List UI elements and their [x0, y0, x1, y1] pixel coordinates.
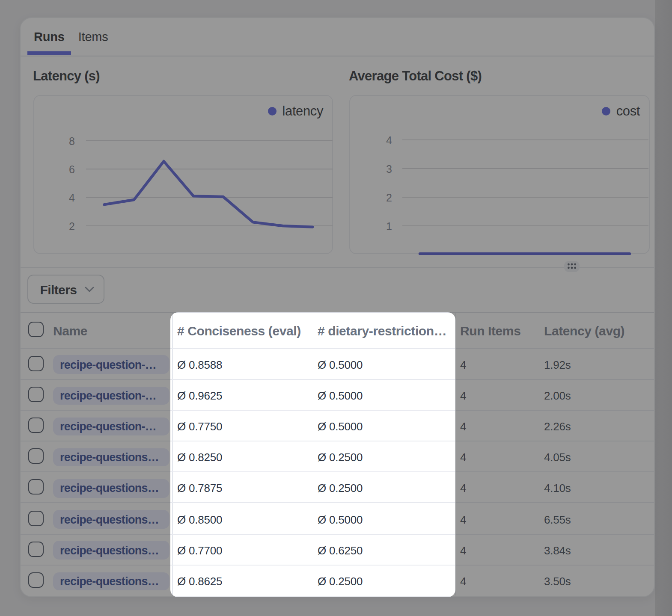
page: Runs Items Latency (s) Average Total Cos… — [0, 0, 672, 616]
runs-table: Name # Conciseness (eval) # dietary-rest… — [20, 312, 654, 595]
run-items-value: 4 — [456, 573, 538, 588]
drag-dots-icon — [567, 262, 577, 271]
run-name-badge[interactable]: recipe-questions… — [53, 510, 169, 529]
tab-runs[interactable]: Runs — [27, 18, 71, 55]
run-items-value: 4 — [456, 480, 538, 495]
table-row[interactable]: recipe-questions… Ø 0.8250 Ø 0.2500 4 4.… — [20, 441, 654, 471]
run-name-label: recipe-question-… — [60, 358, 156, 371]
dietary-value: Ø 0.6250 — [313, 534, 456, 564]
tab-items-label: Items — [78, 30, 108, 44]
row-checkbox[interactable] — [28, 572, 43, 588]
cost-chart: 1234 cost — [349, 95, 649, 254]
conciseness-value: Ø 0.9625 — [172, 379, 313, 409]
cost-chart-title: Average Total Cost ($) — [349, 68, 482, 84]
run-name-badge[interactable]: recipe-questions… — [53, 541, 169, 560]
chevron-down-icon — [84, 286, 94, 292]
column-header-latency-avg[interactable]: Latency (avg) — [538, 323, 654, 338]
dietary-value: Ø 0.5000 — [313, 503, 456, 533]
page-right-margin — [654, 0, 672, 616]
latency-legend-dot-icon — [268, 107, 277, 115]
run-name-badge[interactable]: recipe-questions… — [53, 448, 169, 467]
row-checkbox[interactable] — [28, 355, 43, 371]
row-checkbox[interactable] — [28, 510, 43, 526]
latency-value: 2.26s — [538, 418, 654, 433]
run-name-label: recipe-questions… — [60, 575, 159, 588]
dietary-value: Ø 0.5000 — [313, 349, 456, 379]
latency-chart-legend: latency — [268, 103, 323, 118]
table-row[interactable]: recipe-questions… Ø 0.8625 Ø 0.2500 4 3.… — [20, 565, 654, 595]
select-all-checkbox[interactable] — [28, 322, 43, 337]
latency-value: 3.84s — [538, 542, 654, 557]
latency-value: 6.55s — [538, 511, 654, 526]
run-items-value: 4 — [456, 511, 538, 526]
tab-runs-label: Runs — [34, 30, 65, 44]
dietary-value: Ø 0.5000 — [313, 411, 456, 441]
run-name-badge[interactable]: recipe-questions… — [53, 572, 169, 590]
row-checkbox[interactable] — [28, 541, 43, 557]
filters-button[interactable]: Filters — [28, 275, 104, 304]
tab-items[interactable]: Items — [71, 18, 115, 55]
conciseness-value: Ø 0.8588 — [172, 349, 313, 379]
conciseness-value: Ø 0.8625 — [172, 566, 313, 595]
conciseness-value: Ø 0.7700 — [172, 534, 313, 564]
column-header-run-items[interactable]: Run Items — [456, 323, 538, 338]
run-name-badge[interactable]: recipe-questions… — [53, 479, 169, 498]
cost-legend-dot-icon — [602, 107, 610, 115]
run-items-value: 4 — [456, 542, 538, 557]
svg-text:1: 1 — [386, 220, 392, 232]
table-row[interactable]: recipe-question-… Ø 0.9625 Ø 0.5000 4 2.… — [20, 379, 654, 409]
latency-chart: 2468 latency — [33, 95, 333, 254]
run-name-label: recipe-questions… — [60, 513, 159, 526]
svg-text:8: 8 — [68, 135, 74, 147]
run-items-value: 4 — [456, 449, 538, 464]
dietary-value: Ø 0.2500 — [313, 566, 456, 595]
cost-legend-label: cost — [616, 103, 640, 118]
latency-value: 3.50s — [538, 573, 654, 588]
table-row[interactable]: recipe-questions… Ø 0.8500 Ø 0.5000 4 6.… — [20, 503, 654, 533]
svg-text:4: 4 — [386, 134, 392, 146]
column-header-conciseness[interactable]: # Conciseness (eval) — [172, 313, 313, 348]
row-checkbox[interactable] — [28, 448, 43, 464]
run-name-label: recipe-questions… — [60, 451, 159, 464]
row-checkbox[interactable] — [28, 418, 43, 433]
tab-bar: Runs Items — [20, 18, 654, 56]
run-items-value: 4 — [456, 356, 538, 371]
svg-text:6: 6 — [68, 163, 74, 175]
svg-text:4: 4 — [68, 191, 74, 203]
table-header-row: Name # Conciseness (eval) # dietary-rest… — [20, 313, 654, 348]
latency-legend-label: latency — [282, 103, 323, 118]
column-header-name[interactable]: Name — [53, 323, 172, 338]
row-checkbox[interactable] — [28, 387, 43, 402]
active-tab-underline — [27, 51, 71, 54]
filters-label: Filters — [40, 282, 77, 296]
cost-chart-plot: 1234 — [350, 95, 650, 255]
table-row[interactable]: recipe-question-… Ø 0.8588 Ø 0.5000 4 1.… — [20, 348, 654, 379]
latency-value: 2.00s — [538, 388, 654, 402]
run-items-value: 4 — [456, 418, 538, 433]
runs-panel: Runs Items Latency (s) Average Total Cos… — [19, 17, 654, 597]
conciseness-value: Ø 0.8250 — [172, 441, 313, 471]
latency-chart-title: Latency (s) — [33, 68, 100, 84]
latency-value: 4.10s — [538, 480, 654, 495]
run-name-label: recipe-questions… — [60, 544, 159, 557]
column-header-dietary[interactable]: # dietary-restriction… — [313, 313, 456, 348]
table-row[interactable]: recipe-questions… Ø 0.7700 Ø 0.6250 4 3.… — [20, 533, 654, 564]
dietary-value: Ø 0.2500 — [313, 473, 456, 503]
svg-text:3: 3 — [386, 163, 392, 175]
run-name-label: recipe-question-… — [60, 389, 156, 402]
drag-handle[interactable] — [564, 261, 579, 272]
table-row[interactable]: recipe-question-… Ø 0.7750 Ø 0.5000 4 2.… — [20, 410, 654, 441]
cost-chart-legend: cost — [602, 103, 640, 118]
row-checkbox[interactable] — [28, 480, 43, 495]
run-name-badge[interactable]: recipe-question-… — [53, 386, 169, 405]
svg-text:2: 2 — [386, 191, 392, 203]
run-items-value: 4 — [456, 388, 538, 402]
conciseness-value: Ø 0.7750 — [172, 411, 313, 441]
run-name-badge[interactable]: recipe-question-… — [53, 417, 169, 435]
section-divider — [20, 267, 654, 267]
run-name-label: recipe-questions… — [60, 482, 159, 495]
run-name-badge[interactable]: recipe-question-… — [53, 355, 169, 374]
table-row[interactable]: recipe-questions… Ø 0.7875 Ø 0.2500 4 4.… — [20, 472, 654, 503]
dietary-value: Ø 0.2500 — [313, 441, 456, 471]
conciseness-value: Ø 0.8500 — [172, 503, 313, 533]
